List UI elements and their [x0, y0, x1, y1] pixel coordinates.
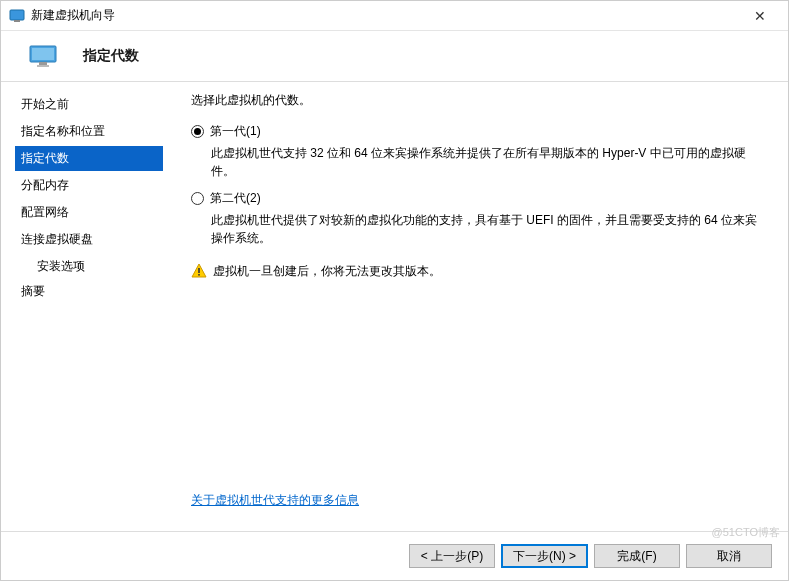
more-info-row: 关于虚拟机世代支持的更多信息 [191, 492, 768, 521]
finish-button[interactable]: 完成(F) [594, 544, 680, 568]
next-button[interactable]: 下一步(N) > [501, 544, 588, 568]
svg-rect-4 [32, 48, 54, 60]
warning-row: 虚拟机一旦创建后，你将无法更改其版本。 [191, 263, 768, 280]
svg-rect-0 [10, 10, 24, 20]
nav-before-begin[interactable]: 开始之前 [15, 92, 163, 117]
desc-gen1: 此虚拟机世代支持 32 位和 64 位来宾操作系统并提供了在所有早期版本的 Hy… [211, 144, 768, 180]
svg-rect-6 [37, 65, 49, 67]
radio-row-gen2[interactable]: 第二代(2) [191, 190, 768, 207]
window-title: 新建虚拟机向导 [31, 7, 740, 24]
svg-rect-7 [198, 268, 200, 273]
nav-network[interactable]: 配置网络 [15, 200, 163, 225]
sidebar: 开始之前 指定名称和位置 指定代数 分配内存 配置网络 连接虚拟硬盘 安装选项 … [1, 82, 171, 531]
nav-summary[interactable]: 摘要 [15, 279, 163, 304]
warning-icon [191, 263, 207, 279]
back-button[interactable]: < 上一步(P) [409, 544, 495, 568]
svg-rect-8 [198, 274, 200, 276]
desc-gen2: 此虚拟机世代提供了对较新的虚拟化功能的支持，具有基于 UEFI 的固件，并且需要… [211, 211, 768, 247]
svg-rect-2 [14, 20, 20, 22]
radio-row-gen1[interactable]: 第一代(1) [191, 123, 768, 140]
svg-rect-5 [39, 62, 47, 65]
warning-text: 虚拟机一旦创建后，你将无法更改其版本。 [213, 263, 441, 280]
option-gen1: 第一代(1) 此虚拟机世代支持 32 位和 64 位来宾操作系统并提供了在所有早… [191, 123, 768, 180]
wizard-header: 指定代数 [1, 31, 788, 81]
page-heading: 指定代数 [83, 47, 139, 65]
nav-generation[interactable]: 指定代数 [15, 146, 163, 171]
radio-gen2[interactable] [191, 192, 204, 205]
app-icon [9, 8, 25, 24]
titlebar: 新建虚拟机向导 ✕ [1, 1, 788, 31]
instruction-text: 选择此虚拟机的代数。 [191, 92, 768, 109]
content-pane: 选择此虚拟机的代数。 第一代(1) 此虚拟机世代支持 32 位和 64 位来宾操… [171, 82, 788, 531]
option-gen2: 第二代(2) 此虚拟机世代提供了对较新的虚拟化功能的支持，具有基于 UEFI 的… [191, 190, 768, 247]
footer: < 上一步(P) 下一步(N) > 完成(F) 取消 [1, 531, 788, 580]
nav-install-options[interactable]: 安装选项 [15, 254, 163, 279]
more-info-link[interactable]: 关于虚拟机世代支持的更多信息 [191, 493, 359, 507]
radio-label-gen2: 第二代(2) [210, 190, 261, 207]
radio-label-gen1: 第一代(1) [210, 123, 261, 140]
radio-gen1[interactable] [191, 125, 204, 138]
wizard-body: 开始之前 指定名称和位置 指定代数 分配内存 配置网络 连接虚拟硬盘 安装选项 … [1, 82, 788, 531]
nav-vhd[interactable]: 连接虚拟硬盘 [15, 227, 163, 252]
close-button[interactable]: ✕ [740, 8, 780, 24]
monitor-icon [29, 45, 57, 67]
cancel-button[interactable]: 取消 [686, 544, 772, 568]
nav-name-location[interactable]: 指定名称和位置 [15, 119, 163, 144]
wizard-window: 新建虚拟机向导 ✕ 指定代数 开始之前 指定名称和位置 指定代数 分配内存 配置… [0, 0, 789, 581]
nav-memory[interactable]: 分配内存 [15, 173, 163, 198]
